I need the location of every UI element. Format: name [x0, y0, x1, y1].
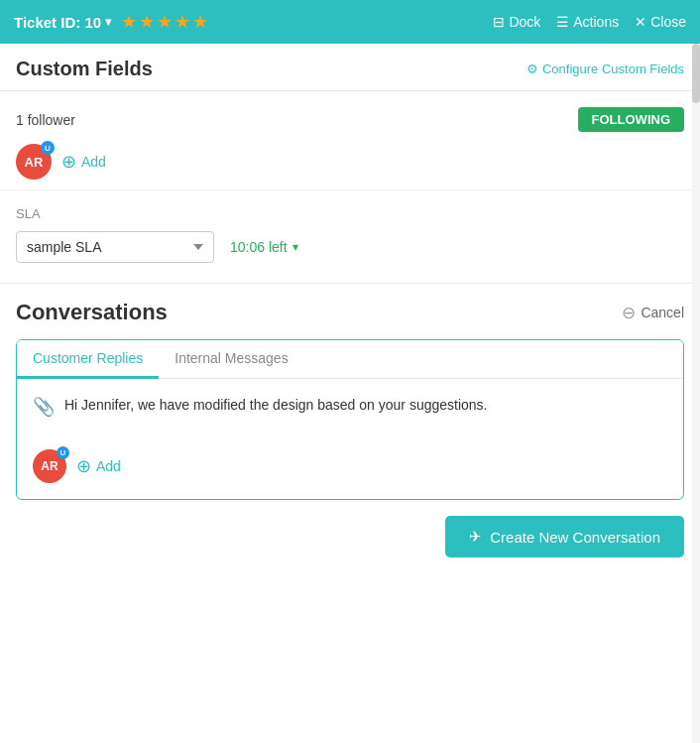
scrollbar-thumb[interactable] [692, 44, 700, 103]
avatar-badge: U [41, 141, 55, 155]
create-conversation-button[interactable]: ✈ Create New Conversation [445, 516, 684, 557]
actions-button[interactable]: ☰ Actions [556, 14, 619, 30]
header-left: Ticket ID: 10 ▾ ★ ★ ★ ★ ★ [14, 11, 208, 33]
followers-section: 1 follower FOLLOWING AR U ⊕ Add [0, 91, 700, 190]
sla-time-value: 10:06 left [230, 239, 288, 255]
conv-avatar: AR U [33, 449, 66, 483]
close-button[interactable]: ✕ Close [635, 14, 686, 30]
conversations-section: Conversations ⊖ Cancel Customer Replies … [0, 284, 700, 573]
tab-customer-replies[interactable]: Customer Replies [17, 340, 159, 379]
conversation-tabs: Customer Replies Internal Messages [17, 340, 683, 379]
actions-icon: ☰ [556, 14, 569, 30]
add-conv-label: Add [96, 458, 121, 474]
close-icon: ✕ [635, 14, 646, 30]
avatars-row: AR U ⊕ Add [16, 144, 684, 180]
conversation-footer: AR U ⊕ Add [17, 449, 683, 499]
ticket-id[interactable]: Ticket ID: 10 ▾ [14, 14, 111, 31]
add-conv-plus-icon: ⊕ [76, 455, 91, 477]
header: Ticket ID: 10 ▾ ★ ★ ★ ★ ★ ⊟ Dock ☰ Actio… [0, 0, 700, 44]
custom-fields-header: Custom Fields ⚙ Configure Custom Fields [0, 44, 700, 91]
dock-icon: ⊟ [493, 14, 505, 30]
create-conv-label: Create New Conversation [490, 529, 660, 546]
avatar: AR U [16, 144, 52, 180]
close-label: Close [650, 14, 686, 30]
sla-time-left[interactable]: 10:06 left ▾ [230, 239, 298, 255]
main-content: Custom Fields ⚙ Configure Custom Fields … [0, 44, 700, 743]
conversations-title: Conversations [16, 300, 168, 325]
custom-fields-title: Custom Fields [16, 58, 153, 80]
followers-row: 1 follower FOLLOWING [16, 107, 684, 132]
sla-row: sample SLA 10:06 left ▾ [16, 231, 684, 263]
conversation-box: Customer Replies Internal Messages 📎 Hi … [16, 339, 684, 500]
tab-internal-messages[interactable]: Internal Messages [159, 340, 303, 379]
conversation-body: 📎 Hi Jennifer, we have modified the desi… [17, 379, 683, 449]
star-4: ★ [175, 11, 190, 33]
tab-customer-replies-label: Customer Replies [33, 350, 143, 366]
cancel-label: Cancel [641, 305, 684, 320]
sla-section: SLA sample SLA 10:06 left ▾ [0, 190, 700, 284]
sla-label: SLA [16, 206, 684, 221]
star-3: ★ [157, 11, 173, 33]
message-text: Hi Jennifer, we have modified the design… [64, 395, 488, 416]
paperclip-icon: 📎 [33, 396, 55, 418]
plus-circle-icon: ⊕ [61, 151, 76, 173]
ticket-id-text: Ticket ID: 10 [14, 14, 101, 31]
avatar-initials: AR [25, 155, 44, 170]
actions-label: Actions [573, 14, 619, 30]
conv-avatar-initials: AR [41, 459, 58, 473]
gear-icon: ⚙ [526, 62, 538, 76]
dock-button[interactable]: ⊟ Dock [493, 14, 540, 30]
star-rating[interactable]: ★ ★ ★ ★ ★ [121, 11, 208, 33]
ticket-id-chevron[interactable]: ▾ [105, 15, 111, 29]
sla-select[interactable]: sample SLA [16, 231, 214, 263]
star-1: ★ [121, 11, 137, 33]
star-2: ★ [139, 11, 155, 33]
send-icon: ✈ [469, 528, 482, 546]
minus-circle-icon: ⊖ [622, 303, 636, 323]
configure-custom-fields-link[interactable]: ⚙ Configure Custom Fields [526, 62, 684, 76]
header-right: ⊟ Dock ☰ Actions ✕ Close [493, 14, 686, 30]
scrollbar-track[interactable] [692, 44, 700, 743]
add-follower-label: Add [81, 154, 106, 170]
dock-label: Dock [509, 14, 540, 30]
tab-internal-messages-label: Internal Messages [175, 350, 288, 366]
add-conv-button[interactable]: ⊕ Add [76, 455, 121, 477]
conv-avatar-badge: U [57, 446, 69, 459]
sla-chevron-icon: ▾ [292, 240, 298, 254]
following-button[interactable]: FOLLOWING [578, 107, 684, 132]
followers-count: 1 follower [16, 112, 75, 128]
add-follower-button[interactable]: ⊕ Add [61, 151, 106, 173]
message-row: 📎 Hi Jennifer, we have modified the desi… [33, 395, 667, 418]
star-5: ★ [192, 11, 208, 33]
configure-link-text: Configure Custom Fields [542, 62, 684, 76]
conversations-header: Conversations ⊖ Cancel [16, 300, 684, 325]
cancel-button[interactable]: ⊖ Cancel [622, 303, 684, 323]
